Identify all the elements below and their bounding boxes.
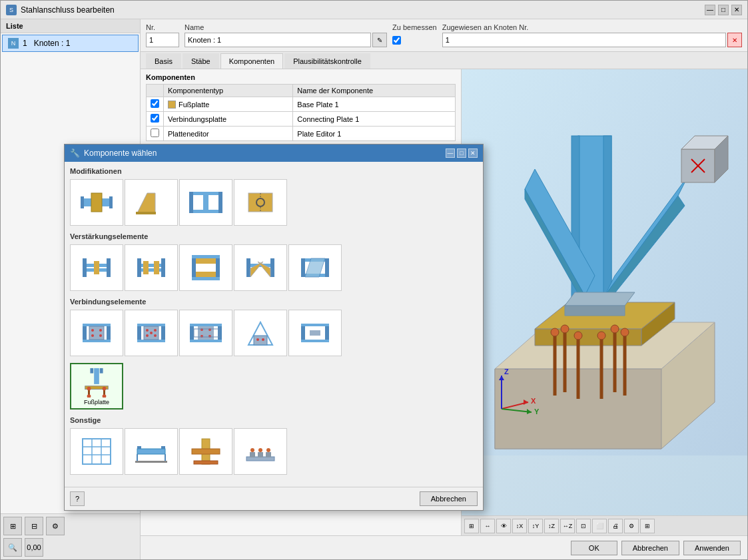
vp-btn-2[interactable]: ↔: [480, 519, 495, 533]
vp-btn-1[interactable]: ⊞: [464, 519, 479, 533]
zugewiesen-group: Zugewiesen an Knoten Nr. ✕: [442, 23, 742, 47]
son-icon-2[interactable]: [125, 428, 178, 475]
svg-rect-45: [91, 193, 102, 212]
anwenden-button[interactable]: Anwenden: [683, 541, 741, 555]
svg-rect-64: [137, 258, 141, 277]
add-button[interactable]: ⊞: [3, 517, 22, 535]
minimize-button[interactable]: —: [705, 5, 715, 15]
svg-rect-105: [190, 324, 222, 326]
svg-point-98: [146, 329, 149, 332]
svg-rect-114: [254, 336, 267, 345]
vp-btn-6[interactable]: ↕Z: [544, 519, 559, 533]
nr-input[interactable]: [146, 33, 179, 47]
row2-checkbox[interactable]: [151, 114, 159, 123]
vbe-icon-1[interactable]: [70, 310, 123, 356]
table-row[interactable]: Verbindungsplatte Connecting Plate 1: [147, 112, 456, 127]
svg-rect-87: [83, 340, 111, 342]
vp-btn-11[interactable]: ⚙: [624, 519, 639, 533]
ver-icon-1[interactable]: [70, 244, 123, 291]
name-input[interactable]: [185, 33, 371, 47]
son-icon-4[interactable]: [234, 428, 287, 475]
vp-btn-3[interactable]: 👁: [496, 519, 511, 533]
vp-btn-7[interactable]: ↔Z: [560, 519, 575, 533]
vbe-icon-4[interactable]: [234, 310, 287, 356]
svg-rect-139: [161, 446, 165, 449]
ver-icon-2[interactable]: [125, 244, 178, 291]
modal-minimize-button[interactable]: —: [446, 148, 455, 158]
modal-help-button[interactable]: ?: [70, 491, 85, 506]
abbrechen-button[interactable]: Abbrechen: [621, 541, 679, 555]
vbe-icon-5[interactable]: [288, 310, 342, 356]
section-modifikationen: Modifikationen: [70, 167, 478, 226]
selected-fussplatte-icon[interactable]: Fußplatte: [70, 363, 123, 410]
row1-checkbox[interactable]: [151, 99, 159, 108]
mod-icon-4[interactable]: [234, 179, 287, 226]
row3-name: Plate Editor 1: [293, 127, 456, 141]
svg-point-91: [91, 334, 94, 337]
tab-plausibilitaet[interactable]: Plausibilitätskontrolle: [284, 53, 370, 69]
tab-basis[interactable]: Basis: [146, 53, 181, 69]
components-table: Komponententyp Name der Komponente: [146, 84, 456, 141]
mod-icon-3[interactable]: [179, 179, 232, 226]
svg-rect-124: [100, 368, 103, 374]
svg-rect-104: [218, 324, 222, 342]
ver-icon-4[interactable]: [234, 244, 287, 291]
vbe-icon-3[interactable]: [179, 310, 232, 356]
viewport-3d[interactable]: X Y Z: [462, 69, 747, 515]
tab-komponenten[interactable]: Komponenten: [220, 53, 284, 69]
row2-name: Connecting Plate 1: [293, 112, 456, 127]
zu-bemessen-checkbox[interactable]: [392, 36, 401, 45]
svg-point-150: [250, 448, 254, 452]
svg-point-102: [150, 332, 153, 334]
son-icon-1[interactable]: [70, 428, 123, 475]
svg-point-16: [621, 328, 629, 336]
svg-point-128: [87, 387, 91, 391]
svg-rect-86: [83, 324, 111, 326]
table-row[interactable]: Platteneditor Plate Editor 1: [147, 127, 456, 141]
vp-btn-10[interactable]: 🖨: [608, 519, 623, 533]
maximize-button[interactable]: □: [718, 5, 729, 15]
settings-button[interactable]: ⚙: [46, 517, 65, 535]
svg-rect-88: [89, 326, 104, 340]
svg-rect-145: [194, 461, 218, 464]
vp-btn-5[interactable]: ↕Y: [528, 519, 543, 533]
vp-btn-9[interactable]: ⬜: [592, 519, 607, 533]
svg-marker-26: [565, 292, 635, 306]
svg-rect-103: [190, 324, 194, 342]
name-group: Name ✎: [185, 23, 387, 47]
vp-btn-8[interactable]: ⊡: [576, 519, 591, 533]
svg-rect-132: [83, 439, 111, 464]
ver-icon-3[interactable]: [179, 244, 232, 291]
table-row[interactable]: Fußplatte Base Plate 1: [147, 97, 456, 112]
vp-btn-4[interactable]: ↕X: [512, 519, 527, 533]
tab-staebe[interactable]: Stäbe: [183, 53, 219, 69]
row3-checkbox[interactable]: [151, 129, 159, 137]
vbe-icon-2[interactable]: [125, 310, 178, 356]
svg-rect-96: [137, 340, 165, 342]
edit-name-button[interactable]: ✎: [372, 33, 387, 47]
mod-icon-2[interactable]: [125, 179, 178, 226]
zugewiesen-input-group: ✕: [442, 33, 742, 47]
son-icon-3[interactable]: [179, 428, 232, 475]
ver-icon-5[interactable]: [288, 244, 342, 291]
mod-icon-1[interactable]: [70, 179, 123, 226]
nr-label: Nr.: [146, 23, 179, 31]
list-item[interactable]: N 1 Knoten : 1: [2, 35, 139, 52]
modal-maximize-button[interactable]: □: [457, 148, 466, 158]
list-item-label: 1 Knoten : 1: [23, 39, 70, 48]
svg-rect-121: [310, 330, 320, 336]
modal-close-button[interactable]: ✕: [468, 148, 478, 158]
svg-text:Z: Z: [504, 368, 509, 376]
title-bar-controls: — □ ✕: [705, 5, 742, 15]
close-button[interactable]: ✕: [731, 5, 742, 15]
remove-button[interactable]: ⊟: [25, 517, 43, 535]
search-button[interactable]: 🔍: [3, 538, 22, 557]
form-area: Nr. Name ✎ Zu bemessen: [141, 19, 747, 52]
vp-btn-12[interactable]: ⊞: [640, 519, 655, 533]
ok-button[interactable]: OK: [571, 541, 617, 555]
modal-abbrechen-button[interactable]: Abbrechen: [420, 491, 478, 506]
zugewiesen-input[interactable]: [442, 33, 726, 47]
app-icon: S: [6, 5, 17, 15]
zugewiesen-clear-button[interactable]: ✕: [727, 33, 742, 47]
section-verbindung: Verbindungselemente: [70, 298, 478, 356]
